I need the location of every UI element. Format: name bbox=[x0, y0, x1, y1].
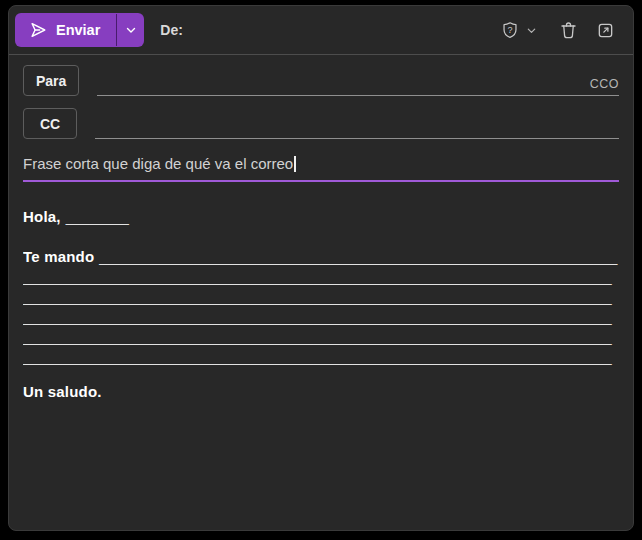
blank-line-text: ________________________________________… bbox=[23, 268, 611, 285]
greeting-blank: ________ bbox=[66, 208, 129, 225]
blank-line-text: ________________________________________… bbox=[23, 308, 611, 325]
bcc-link[interactable]: CCO bbox=[590, 77, 619, 95]
to-button[interactable]: Para bbox=[23, 65, 79, 96]
to-input[interactable]: CCO bbox=[97, 65, 619, 96]
blank-line-text: ________________________________________… bbox=[23, 328, 611, 345]
send-button-label: Enviar bbox=[56, 22, 100, 38]
recipient-fields: Para CCO CC bbox=[9, 55, 633, 139]
cc-input[interactable] bbox=[95, 108, 619, 139]
greeting-text: Hola, bbox=[23, 208, 61, 225]
closing-line[interactable]: Un saludo. bbox=[23, 382, 619, 402]
intro-line[interactable]: Te mando________________________________… bbox=[23, 247, 619, 267]
compose-window: Enviar De: ? bbox=[8, 5, 634, 531]
open-in-new-window-button[interactable] bbox=[596, 21, 615, 40]
message-protection-control[interactable]: ? bbox=[501, 21, 537, 39]
toolbar-icon-group: ? bbox=[501, 21, 615, 40]
popout-icon bbox=[596, 21, 615, 40]
blank-line[interactable]: ________________________________________… bbox=[23, 267, 619, 287]
intro-text: Te mando bbox=[23, 248, 94, 265]
discard-draft-button[interactable] bbox=[559, 21, 578, 40]
blank-line[interactable]: ________________________________________… bbox=[23, 327, 619, 347]
trash-icon bbox=[559, 21, 578, 40]
from-label: De: bbox=[160, 22, 183, 38]
cc-button[interactable]: CC bbox=[23, 108, 77, 139]
chevron-down-icon[interactable] bbox=[526, 25, 537, 36]
subject-field[interactable]: Frase corta que diga de qué va el correo bbox=[23, 155, 619, 182]
blank-line-text: ________________________________________… bbox=[23, 348, 611, 365]
blank-line[interactable]: ________________________________________… bbox=[23, 347, 619, 367]
intro-blank: ________________________________________… bbox=[99, 248, 617, 265]
blank-line[interactable]: ________________________________________… bbox=[23, 287, 619, 307]
subject-text[interactable]: Frase corta que diga de qué va el correo bbox=[23, 155, 293, 172]
message-body[interactable]: Hola,________ Te mando__________________… bbox=[9, 182, 633, 402]
svg-text:?: ? bbox=[507, 25, 512, 35]
text-cursor bbox=[294, 156, 296, 172]
to-row: Para CCO bbox=[23, 65, 619, 96]
shield-question-icon[interactable]: ? bbox=[501, 21, 519, 39]
send-split-button: Enviar bbox=[15, 13, 144, 47]
send-button[interactable]: Enviar bbox=[15, 13, 116, 47]
chevron-down-icon bbox=[125, 24, 137, 36]
compose-toolbar: Enviar De: ? bbox=[9, 6, 633, 55]
greeting-line[interactable]: Hola,________ bbox=[23, 207, 619, 227]
send-options-dropdown[interactable] bbox=[117, 13, 144, 47]
blank-line-text: ________________________________________… bbox=[23, 288, 611, 305]
send-icon bbox=[29, 21, 47, 39]
blank-line[interactable]: ________________________________________… bbox=[23, 307, 619, 327]
cc-row: CC bbox=[23, 108, 619, 139]
closing-text: Un saludo. bbox=[23, 383, 102, 400]
